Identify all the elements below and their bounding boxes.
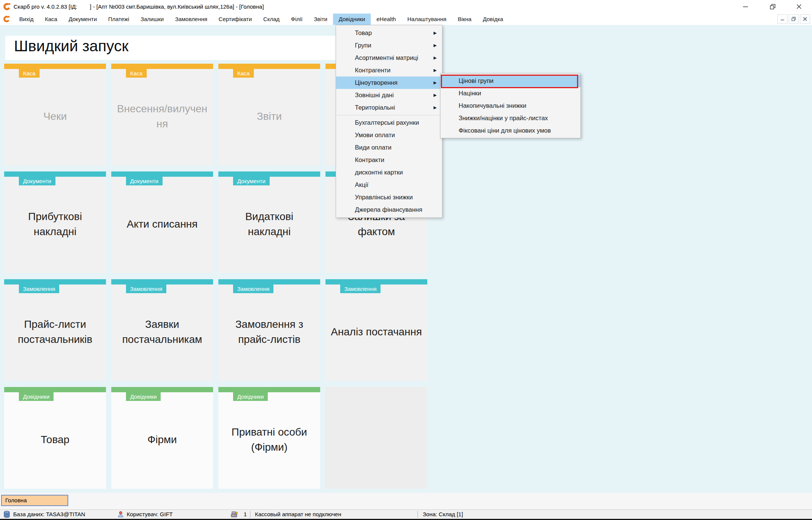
menu-item-Товар[interactable]: Товар▶: [336, 27, 442, 39]
submenu-arrow-icon: ▶: [434, 64, 437, 76]
menubar-item-Довідники[interactable]: Довідники: [333, 14, 371, 25]
tile-title: Внесення/вилучен ня: [116, 69, 208, 164]
tile-title: Акти списання: [116, 177, 208, 272]
menu-item-Види оплати[interactable]: Види оплати: [336, 141, 442, 154]
menu-item-label: Товар: [355, 29, 372, 36]
tile-Прибуткові-накладні[interactable]: ДокументиПрибуткові накладні: [4, 171, 106, 273]
menu-item-Зовнішні дані[interactable]: Зовнішні дані▶: [336, 89, 442, 101]
menu-item-label: Бухгалтерські рахунки: [355, 119, 419, 126]
menu-item-label: Ціноутворення: [355, 79, 398, 86]
tile-Прайс-листи-постачальників[interactable]: ЗамовленняПрайс-листи постачальників: [4, 279, 106, 381]
tile-category-bar: [4, 279, 106, 284]
tile-Звіти[interactable]: КасаЗвіти: [218, 64, 320, 165]
tile-Чеки[interactable]: КасаЧеки: [4, 64, 106, 165]
mdi-close-icon[interactable]: [800, 14, 810, 24]
tile-category-bar: [111, 171, 213, 177]
menu-item-Територіальні[interactable]: Територіальні▶: [336, 101, 442, 114]
menu-item-label: Групи: [355, 42, 371, 49]
submenu-item-Фіксовані ціни для цінових умов[interactable]: Фіксовані ціни для цінових умов: [441, 124, 580, 137]
statusbar-separator: [418, 511, 418, 518]
statusbar-separator: [250, 511, 250, 518]
tile-Внесення/вилучен-ня[interactable]: КасаВнесення/вилучен ня: [111, 64, 213, 165]
menu-item-Контракти[interactable]: Контракти: [336, 154, 442, 166]
close-icon[interactable]: [796, 3, 803, 10]
tile-Видаткові-накладні[interactable]: ДокументиВидаткові накладні: [218, 171, 320, 273]
app-logo-icon-small: [3, 15, 11, 23]
tile-category-bar: [4, 64, 106, 69]
submenu-arrow-icon: ▶: [434, 101, 437, 114]
submenu-arrow-icon: ▶: [434, 76, 437, 89]
statusbar-register-count: 1: [244, 511, 247, 518]
submenu-item-Цінові групи[interactable]: Цінові групи: [441, 75, 580, 87]
menubar-item-Налаштування[interactable]: Налаштування: [402, 14, 452, 25]
tile-Аналіз-постачання[interactable]: ЗамовленняАналіз постачання: [325, 279, 427, 381]
window-title: Скарб pro v. 4.0.2.83 [ІД: ] - [Апт №003…: [14, 0, 264, 14]
menu-item-Ціноутворення[interactable]: Ціноутворення▶: [336, 76, 442, 89]
mdi-minimize-icon[interactable]: [777, 14, 787, 24]
tile-Фірми[interactable]: ДовідникиФірми: [111, 387, 213, 489]
tile-title: Аналіз постачання: [330, 284, 422, 379]
menubar-item-Вікна[interactable]: Вікна: [452, 14, 477, 25]
menu-item-Асортиментні матриці[interactable]: Асортиментні матриці▶: [336, 52, 442, 64]
tile-title: Звіти: [223, 69, 315, 164]
tile-category-bar: [218, 279, 320, 284]
menu-item-Джерела фінансування[interactable]: Джерела фінансування: [336, 203, 442, 216]
tile-title: Чеки: [9, 69, 101, 164]
menu-item-Контрагенти[interactable]: Контрагенти▶: [336, 64, 442, 76]
menubar-item-Сертифікати[interactable]: Сертифікати: [213, 14, 258, 25]
tile-empty: [325, 387, 427, 489]
tile-title: Фірми: [116, 392, 208, 487]
menu-item-Групи[interactable]: Групи▶: [336, 39, 442, 52]
statusbar-user: Користувач: GIFT: [127, 511, 173, 518]
minimize-icon[interactable]: [742, 3, 749, 10]
menu-item-Бухгалтерські рахунки[interactable]: Бухгалтерські рахунки: [336, 116, 442, 129]
menu-item-label: Контрагенти: [355, 67, 391, 73]
app-logo-icon: [3, 3, 11, 11]
menu-item-label: Контракти: [355, 156, 384, 163]
status-bar: База даних: TASA3@TITAN Користувач: GIFT…: [0, 509, 812, 519]
tile-title: Товар: [9, 392, 101, 487]
tile-Приватні-особи-(Фірми)[interactable]: ДовідникиПриватні особи (Фірми): [218, 387, 320, 489]
tab-holovna[interactable]: Головна: [1, 495, 68, 506]
menubar-item-Вихід[interactable]: Вихід: [14, 14, 39, 25]
menubar-item-eHealth[interactable]: eHealth: [371, 14, 402, 25]
menu-item-Умови оплати[interactable]: Умови оплати: [336, 129, 442, 141]
submenu-tsinoutvorennia: Цінові групиНацінкиНакопичувальні знижки…: [440, 73, 581, 138]
tile-Акти-списання[interactable]: ДокументиАкти списання: [111, 171, 213, 273]
dropdown-menu-dovidnyky: Товар▶Групи▶Асортиментні матриці▶Контраг…: [336, 25, 442, 218]
tile-category-bar: [111, 279, 213, 284]
menubar-item-Замовлення[interactable]: Замовлення: [169, 14, 213, 25]
submenu-list: Цінові групиНацінкиНакопичувальні знижки…: [441, 75, 580, 137]
page-title: Швидкий запуск: [14, 37, 129, 55]
menubar-item-Склад[interactable]: Склад: [258, 14, 285, 25]
menu-item-Управлінські знижки[interactable]: Управлінські знижки: [336, 191, 442, 203]
tile-Товар[interactable]: ДовідникиТовар: [4, 387, 106, 489]
menu-item-дисконтні картки[interactable]: дисконтні картки: [336, 166, 442, 179]
tile-category-bar: [4, 387, 106, 392]
tile-title: Видаткові накладні: [223, 177, 315, 272]
menubar-item-Платежі[interactable]: Платежі: [103, 14, 135, 25]
submenu-arrow-icon: ▶: [434, 89, 437, 101]
submenu-item-Накопичувальні знижки[interactable]: Накопичувальні знижки: [441, 99, 580, 112]
tile-category-bar: [111, 387, 213, 392]
tile-Замовлення-з-прайс-листів[interactable]: ЗамовленняЗамовлення з прайс-листів: [218, 279, 320, 381]
tile-category-bar: [218, 171, 320, 177]
menu-item-Акції[interactable]: Акції: [336, 179, 442, 191]
menubar-item-Залишки[interactable]: Залишки: [135, 14, 170, 25]
menubar-item-Філії[interactable]: Філії: [285, 14, 308, 25]
tile-Заявки-постачальникам[interactable]: ЗамовленняЗаявки постачальникам: [111, 279, 213, 381]
menubar-item-Каса[interactable]: Каса: [39, 14, 63, 25]
tile-title: Прибуткові накладні: [9, 177, 101, 272]
menubar-item-Документи[interactable]: Документи: [63, 14, 103, 25]
submenu-item-Націнки[interactable]: Націнки: [441, 87, 580, 99]
submenu-arrow-icon: ▶: [434, 52, 437, 64]
tile-category-bar: [325, 279, 427, 284]
submenu-item-Знижки/націнки у прайс-листах[interactable]: Знижки/націнки у прайс-листах: [441, 112, 580, 124]
mdi-restore-icon[interactable]: [789, 14, 799, 24]
restore-icon[interactable]: [769, 3, 776, 10]
menubar-item-Довідка[interactable]: Довідка: [477, 14, 509, 25]
menubar-item-Звіти[interactable]: Звіти: [308, 14, 333, 25]
menu-bar: ВихідКасаДокументиПлатежіЗалишкиЗамовлен…: [0, 14, 812, 25]
mdi-window-controls: [777, 14, 810, 24]
tile-title: Прайс-листи постачальників: [9, 284, 101, 379]
